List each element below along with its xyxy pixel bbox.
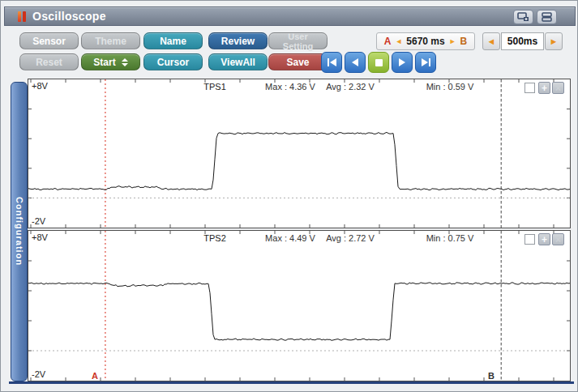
cursor-a-tag: A: [384, 36, 392, 47]
stop-button[interactable]: [368, 52, 389, 73]
viewall-button[interactable]: ViewAll: [208, 53, 268, 70]
window-title: Oscilloscope: [32, 10, 106, 23]
oscilloscope-window: Oscilloscope Sensor Theme Name Review Us…: [0, 0, 578, 392]
window-controls: [513, 10, 557, 24]
ch1-min-stat: Min : 0.59 V: [401, 82, 499, 92]
triangle-left-icon: [330, 58, 336, 66]
stop-square-icon: [375, 59, 383, 66]
ch2-top-scale-label: +8V: [32, 232, 48, 242]
left-arrow-icon: ◄: [395, 37, 402, 45]
ch1-top-scale-label: +8V: [32, 81, 48, 91]
ch1-close-button[interactable]: ×: [552, 82, 564, 94]
skip-to-end-button[interactable]: [415, 52, 436, 73]
review-button[interactable]: Review: [208, 32, 268, 49]
cursor-b-tag: B: [460, 36, 468, 47]
ch1-bottom-scale-label: -2V: [32, 216, 45, 226]
bar-icon: [328, 58, 329, 66]
bar-icon: [429, 58, 430, 66]
new-window-icon[interactable]: [513, 10, 533, 24]
play-button[interactable]: [392, 52, 413, 73]
channel-1-plot-area[interactable]: [28, 79, 570, 228]
start-button-label: Start: [93, 57, 115, 68]
cursor-a-label: A: [92, 371, 98, 381]
ch2-close-button[interactable]: ×: [552, 233, 564, 245]
ch2-bottom-scale-label: -2V: [32, 369, 45, 379]
triangle-right-icon: [422, 58, 428, 66]
configuration-tab-label: Configuration: [15, 197, 24, 266]
configuration-tab[interactable]: Configuration: [11, 82, 28, 381]
ch2-select-checkbox[interactable]: [524, 234, 535, 245]
sensor-button[interactable]: Sensor: [19, 32, 79, 49]
ch1-select-checkbox[interactable]: [524, 83, 535, 93]
triangle-right-icon: [399, 58, 405, 66]
step-back-button[interactable]: [345, 52, 366, 73]
theme-button[interactable]: Theme: [81, 32, 140, 49]
ch1-avg-stat: Avg : 2.32 V: [302, 82, 399, 92]
user-setting-button[interactable]: User Setting: [268, 32, 328, 49]
ch2-avg-stat: Avg : 2.72 V: [302, 233, 399, 243]
timebase-value-field[interactable]: 500ms: [501, 32, 544, 50]
ch1-name: TPS1: [191, 82, 239, 92]
channel-2-plot-area[interactable]: [28, 231, 570, 381]
name-button[interactable]: Name: [143, 32, 203, 49]
start-stepper-icon: [122, 58, 128, 66]
cursor-button[interactable]: Cursor: [143, 53, 203, 70]
channel-2-panel: +8V TPS2 Max : 4.49 V Avg : 2.72 V Min :…: [28, 230, 571, 381]
cursor-b-label: B: [488, 371, 495, 381]
start-button[interactable]: Start: [81, 53, 140, 70]
ch2-min-stat: Min : 0.75 V: [401, 233, 499, 243]
timebase-increase-button[interactable]: ►: [545, 32, 563, 50]
skip-to-start-button[interactable]: [321, 52, 342, 73]
right-arrow-icon: ►: [449, 37, 456, 45]
ab-time-readout: A ◄ 5670 ms ► B: [376, 32, 475, 50]
plot-bottom-edge: [9, 381, 574, 384]
ab-time-value: 5670 ms: [406, 36, 444, 47]
channel-1-panel: +8V TPS1 Max : 4.36 V Avg : 2.32 V Min :…: [28, 79, 571, 228]
reset-button[interactable]: Reset: [19, 53, 79, 70]
ch2-name: TPS2: [191, 233, 239, 243]
app-icon: [18, 11, 21, 22]
timebase-decrease-button[interactable]: ◄: [482, 32, 500, 50]
ch2-zoom-in-button[interactable]: +: [538, 233, 550, 245]
save-button[interactable]: Save: [268, 53, 328, 70]
titlebar: Oscilloscope: [4, 6, 576, 26]
tile-windows-icon[interactable]: [537, 10, 557, 24]
triangle-left-icon: [352, 58, 358, 66]
ch1-zoom-in-button[interactable]: +: [538, 82, 550, 94]
